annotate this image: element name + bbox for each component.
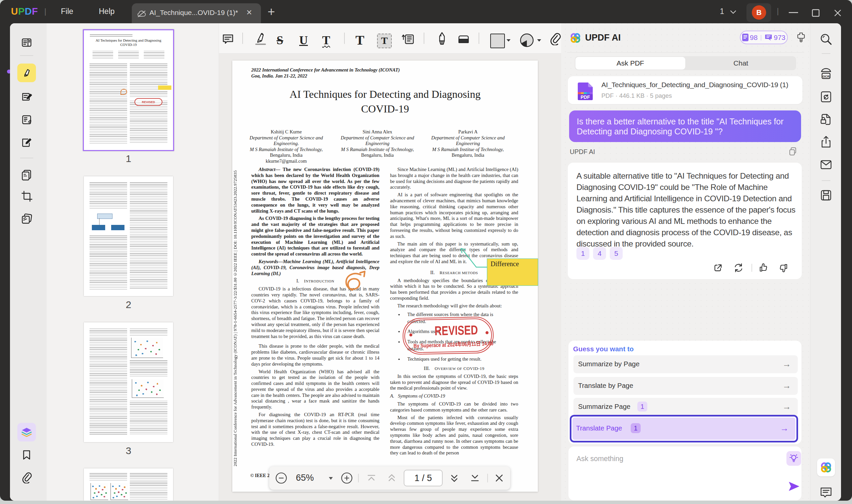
svg-text:OCR: OCR: [822, 74, 829, 78]
svg-text:PDF: PDF: [581, 94, 590, 100]
